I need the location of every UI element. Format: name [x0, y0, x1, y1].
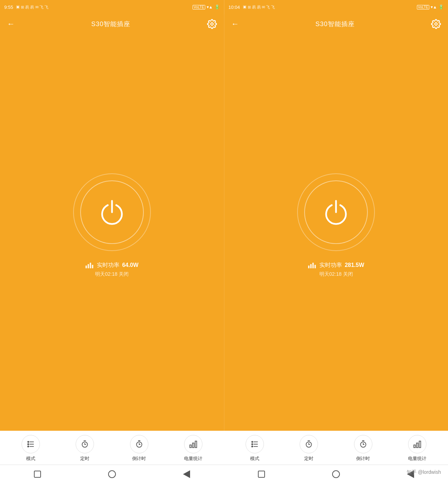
toolbar-label-stats-left: 电量统计: [184, 455, 202, 462]
volte-badge-left: VoLTE: [193, 5, 205, 10]
mode-icon-circle-left: [22, 435, 40, 453]
time-right: 10:04: [229, 5, 240, 10]
back-button-left[interactable]: ←: [7, 19, 15, 29]
nav-back-icon-left: [183, 470, 190, 478]
settings-icon-left[interactable]: [207, 19, 217, 29]
bar-chart-icon-left: [86, 262, 93, 268]
bar-chart-icon-right: [308, 262, 316, 268]
toolbar-label-mode-right: 模式: [250, 455, 259, 462]
mode-icon-right: [250, 440, 259, 449]
power-button-right[interactable]: [304, 180, 368, 244]
nav-bar: 知乎 @lordwish: [0, 465, 448, 483]
svg-point-2: [435, 23, 437, 25]
toolbar-label-stats-right: 电量统计: [408, 455, 426, 462]
status-right-left: VoLTE ▾▲ 🔋: [193, 5, 219, 10]
power-info-right: 实时功率 281.5W 明天02:18 关闭: [308, 262, 364, 278]
timer-icon-circle-right: [300, 435, 318, 453]
power-area-right: 实时功率 281.5W 明天02:18 关闭: [224, 34, 448, 431]
power-value-left: 64.0W: [122, 262, 138, 268]
app-header-right: ← S30智能插座: [224, 14, 448, 34]
toolbar-item-countdown-left[interactable]: 倒计时: [130, 435, 148, 462]
status-time-left: 9:55 ▣ ⊞ 易 易 ✉ 飞 飞: [4, 5, 48, 10]
schedule-text-left: 明天02:18 关闭: [95, 271, 129, 278]
power-area-left: 实时功率 64.0W 明天02:18 关闭: [0, 34, 224, 431]
status-bars-container: 9:55 ▣ ⊞ 易 易 ✉ 飞 飞 VoLTE ▾▲ 🔋 10:04 ▣ ⊞ …: [0, 0, 448, 14]
bottom-toolbar-left: 模式 定时 倒计时: [0, 431, 224, 465]
nav-right: 知乎 @lordwish: [224, 469, 448, 479]
bottom-toolbar-area: 模式 定时 倒计时: [0, 431, 448, 465]
mode-icon-circle-right: [246, 435, 264, 453]
stats-icon-left: [189, 440, 198, 449]
power-row-left: 实时功率 64.0W: [86, 262, 138, 269]
time-left: 9:55: [4, 5, 13, 10]
nav-home-btn-right[interactable]: [331, 469, 341, 479]
nav-square-icon-right: [258, 471, 265, 478]
nav-square-btn-left[interactable]: [33, 469, 42, 479]
countdown-icon-circle-left: [130, 435, 148, 453]
signal-icons-right: ▣ ⊞ 易 易 ✉ 飞 飞: [243, 5, 275, 10]
nav-square-icon-left: [34, 471, 41, 478]
wifi-icon-left: ▾▲: [207, 5, 213, 10]
power-info-left: 实时功率 64.0W 明天02:18 关闭: [86, 262, 138, 278]
svg-point-27: [252, 441, 253, 442]
status-bar-right: 10:04 ▣ ⊞ 易 易 ✉ 飞 飞 VoLTE ▾▲ 🔋: [224, 0, 448, 14]
power-value-right: 281.5W: [345, 262, 364, 268]
status-right-right: VoLTE ▾▲ 🔋: [417, 5, 444, 10]
power-button-left[interactable]: [80, 180, 144, 244]
stats-icon-circle-right: [408, 435, 426, 453]
volte-badge-right: VoLTE: [417, 5, 429, 10]
watermark: 知乎 @lordwish: [407, 469, 441, 476]
power-row-right: 实时功率 281.5W: [308, 262, 364, 269]
bottom-toolbar-right: 模式 定时 倒计时: [224, 431, 448, 465]
wifi-icon-right: ▾▲: [431, 5, 437, 10]
toolbar-item-timer-right[interactable]: 定时: [300, 435, 318, 462]
toolbar-item-timer-left[interactable]: 定时: [76, 435, 94, 462]
status-time-right: 10:04 ▣ ⊞ 易 易 ✉ 飞 飞: [229, 5, 275, 10]
toolbar-item-countdown-right[interactable]: 倒计时: [354, 435, 372, 462]
settings-icon-right[interactable]: [431, 19, 441, 29]
header-title-left: S30智能插座: [91, 20, 130, 28]
toolbar-item-mode-left[interactable]: 模式: [22, 435, 40, 462]
signal-icons-left: ▣ ⊞ 易 易 ✉ 飞 飞: [16, 5, 48, 10]
stats-icon-circle-left: [184, 435, 202, 453]
toolbar-label-timer-right: 定时: [304, 455, 313, 462]
svg-point-10: [28, 441, 29, 442]
phone-panel-left: ← S30智能插座: [0, 14, 224, 431]
svg-rect-20: [195, 441, 197, 447]
nav-home-btn-left[interactable]: [107, 469, 117, 479]
timer-icon-circle-left: [76, 435, 94, 453]
svg-point-28: [252, 443, 253, 445]
countdown-icon-left: [135, 440, 144, 449]
svg-rect-36: [417, 443, 418, 448]
toolbar-label-mode-left: 模式: [26, 455, 35, 462]
countdown-icon-right: [359, 440, 368, 449]
power-label-left: 实时功率: [97, 262, 119, 269]
phone-panel-right: ← S30智能插座: [224, 14, 448, 431]
nav-left: [0, 469, 224, 479]
toolbar-item-stats-right[interactable]: 电量统计: [408, 435, 426, 462]
power-outer-ring-right: [297, 173, 375, 251]
stats-icon-right: [413, 440, 422, 449]
mode-icon-left: [26, 440, 35, 449]
power-label-right: 实时功率: [319, 262, 342, 269]
svg-rect-37: [419, 441, 421, 447]
svg-rect-19: [193, 443, 194, 448]
status-bar-left: 9:55 ▣ ⊞ 易 易 ✉ 飞 飞 VoLTE ▾▲ 🔋: [0, 0, 224, 14]
toolbar-item-mode-right[interactable]: 模式: [246, 435, 264, 462]
back-button-right[interactable]: ←: [231, 19, 239, 29]
nav-home-icon-left: [108, 470, 116, 478]
nav-square-btn-right[interactable]: [257, 469, 266, 479]
timer-icon-right: [304, 440, 313, 449]
countdown-icon-circle-right: [354, 435, 372, 453]
main-area: ← S30智能插座: [0, 14, 448, 431]
svg-rect-35: [414, 445, 415, 448]
timer-icon-left: [80, 440, 89, 449]
svg-point-11: [28, 443, 29, 445]
nav-home-icon-right: [332, 470, 340, 478]
svg-point-12: [28, 446, 29, 447]
nav-back-btn-left[interactable]: [182, 469, 191, 479]
toolbar-item-stats-left[interactable]: 电量统计: [184, 435, 202, 462]
svg-rect-18: [190, 445, 191, 448]
header-title-right: S30智能插座: [316, 20, 355, 28]
toolbar-label-timer-left: 定时: [80, 455, 89, 462]
